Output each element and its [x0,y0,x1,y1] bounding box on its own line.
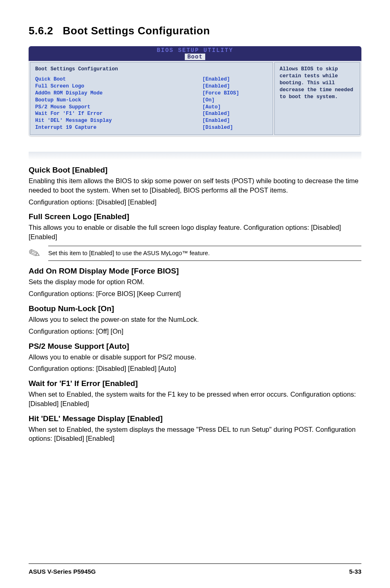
bios-row: PS/2 Mouse Support[Auto] [35,104,268,111]
bios-row: Bootup Num-Lock[On] [35,97,268,104]
subheading-addon-rom: Add On ROM Display Mode [Force BIOS] [29,267,361,276]
footer-left: ASUS V-Series P5945G [29,568,96,575]
bios-row: Quick Boot[Enabled] [35,76,268,83]
pencil-icon: ✎ [27,245,42,262]
bios-body: Boot Settings Configuration Quick Boot[E… [29,61,361,136]
bios-row: Full Screen Logo[Enabled] [35,83,268,90]
subheading-ps2-mouse: PS/2 Mouse Support [Auto] [29,342,361,351]
bios-header: BIOS SETUP UTILITY Boot [29,46,361,61]
bios-screenshot: BIOS SETUP UTILITY Boot Boot Settings Co… [29,46,361,136]
paragraph: Configuration options: [Force BIOS] [Kee… [29,289,361,298]
paragraph: Enabling this item allows the BIOS to sk… [29,176,361,195]
bios-row: Interrupt 19 Capture[Disabled] [35,124,268,131]
note-text: Set this item to [Enabled] to use the AS… [48,246,361,261]
subheading-quick-boot: Quick Boot [Enabled] [29,166,361,175]
note-block: ✎ Set this item to [Enabled] to use the … [29,246,361,261]
paragraph: Sets the display mode for option ROM. [29,277,361,287]
paragraph: Allows you to select the power-on state … [29,315,361,324]
section-title: Boot Settings Configuration [63,25,210,37]
section-number: 5.6.2 [29,25,53,37]
paragraph: Configuration options: [Disabled] [Enabl… [29,364,361,373]
page-footer: ASUS V-Series P5945G 5-33 [29,563,361,575]
bios-row: Wait For 'F1' If Error[Enabled] [35,110,268,117]
footer-right: 5-33 [349,568,361,575]
bios-panel-title: Boot Settings Configuration [35,66,268,73]
subheading-full-screen-logo: Full Screen Logo [Enabled] [29,212,361,221]
bios-title: BIOS SETUP UTILITY [29,47,361,54]
paragraph: This allows you to enable or disable the… [29,223,361,242]
paragraph: Configuration options: [Off] [On] [29,327,361,336]
bios-row: AddOn ROM Display Mode[Force BIOS] [35,90,268,97]
bios-row: Hit 'DEL' Message Display[Enabled] [35,117,268,124]
section-heading: 5.6.2 Boot Settings Configuration [29,25,361,37]
paragraph: When set to Enabled, the system waits fo… [29,390,361,408]
subheading-bootup-num: Bootup Num-Lock [On] [29,304,361,313]
subheading-hit-del: Hit 'DEL' Message Display [Enabled] [29,414,361,423]
subheading-wait-f1: Wait for 'F1' If Error [Enabled] [29,379,361,388]
bios-help-panel: Allows BIOS to skip certain tests while … [274,62,360,135]
paragraph: Allows you to enable or disable support … [29,352,361,362]
paragraph: Configuration options: [Disabled] [Enabl… [29,197,361,207]
bios-fade [29,152,361,160]
paragraph: When set to Enabled, the system displays… [29,425,361,444]
bios-tab-boot: Boot [185,54,205,60]
bios-left-panel: Boot Settings Configuration Quick Boot[E… [30,62,273,135]
